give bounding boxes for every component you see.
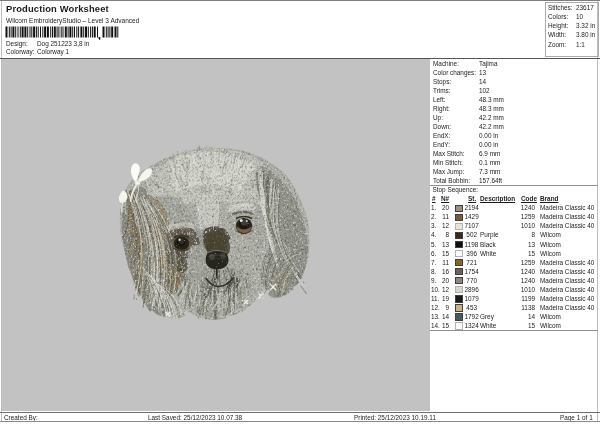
svg-text:,: , bbox=[98, 28, 101, 40]
